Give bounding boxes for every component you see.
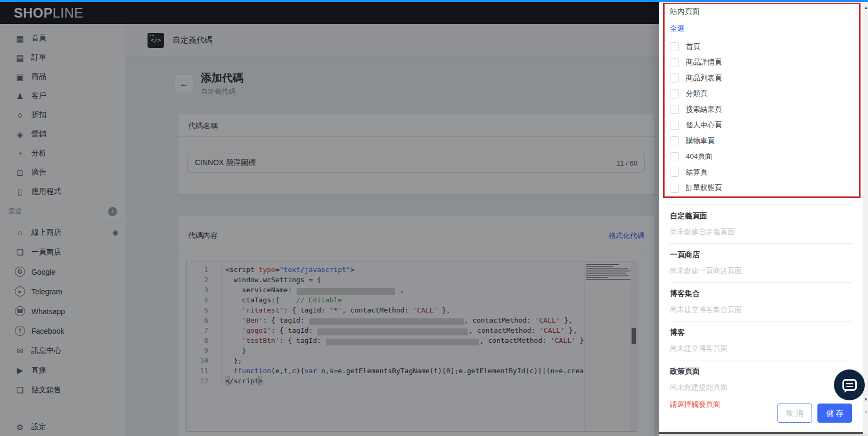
scroll-down-icon[interactable]: ▼ <box>863 397 868 402</box>
scroll-up-icon-secondary[interactable]: ▲ <box>863 409 868 414</box>
page-checkbox-row-首頁[interactable]: 首頁 <box>670 39 852 55</box>
page-checkbox-row-購物車頁[interactable]: 購物車頁 <box>670 133 852 149</box>
checkbox[interactable] <box>670 105 679 114</box>
page-section: 一頁商店 尚未創建一頁商店頁面 <box>670 244 852 283</box>
drawer-scrollbar[interactable]: ▲ ▼ ▲ <box>863 2 868 434</box>
scroll-up-icon[interactable]: ▲ <box>863 5 868 10</box>
page-section-title: 政策頁面 <box>670 367 852 376</box>
site-pages-title: 站內頁面 <box>670 6 852 17</box>
page-section-empty-text: 尚未創建一頁商店頁面 <box>670 266 852 276</box>
checkbox[interactable] <box>670 121 679 130</box>
select-all-link[interactable]: 全選 <box>670 24 684 34</box>
checkbox[interactable] <box>670 136 679 145</box>
page-checkbox-row-分類頁[interactable]: 分類頁 <box>670 86 852 102</box>
page-checkbox-row-商品列表頁[interactable]: 商品列表頁 <box>670 70 852 86</box>
save-button[interactable]: 儲 存 <box>817 404 852 423</box>
checkbox[interactable] <box>670 42 679 51</box>
page-checkbox-row-個人中心頁[interactable]: 個人中心頁 <box>670 118 852 134</box>
cancel-button[interactable]: 取 消 <box>777 404 812 423</box>
page-checkbox-row-訂單狀態頁[interactable]: 訂單狀態頁 <box>670 180 852 196</box>
checkbox[interactable] <box>670 73 679 83</box>
page-section: 政策頁面 尚未創建規則頁面 <box>670 360 852 399</box>
checkbox[interactable] <box>670 89 679 98</box>
page-sections: 自定義頁面 尚未創建自定義頁面 一頁商店 尚未創建一頁商店頁面 博客集合 尚未建… <box>670 205 852 399</box>
page-checkbox-row-搜索結果頁[interactable]: 搜索結果頁 <box>670 102 852 118</box>
page-section-title: 博客集合 <box>670 289 852 299</box>
page-checkbox-row-404頁面[interactable]: 404頁面 <box>670 149 852 165</box>
page-section-title: 一頁商店 <box>670 250 852 260</box>
checkbox[interactable] <box>670 58 679 67</box>
site-pages-checkbox-list: 首頁 商品詳情頁 商品列表頁 分類頁 搜索結果頁 個人中心頁 購物車頁 404頁… <box>670 39 852 196</box>
page-section-empty-text: 尚未建立博客集合頁面 <box>670 305 852 315</box>
page-section-empty-text: 尚未建立博客頁面 <box>670 344 852 353</box>
page-section-title: 自定義頁面 <box>670 211 852 221</box>
page-section: 博客 尚未建立博客頁面 <box>670 322 852 360</box>
page-section-empty-text: 尚未創建規則頁面 <box>670 383 852 392</box>
browser-progress-strip <box>0 0 868 2</box>
page-section-empty-text: 尚未創建自定義頁面 <box>670 227 852 237</box>
page-section-title: 博客 <box>670 328 852 338</box>
page-section: 自定義頁面 尚未創建自定義頁面 <box>670 205 852 244</box>
page-section: 博客集合 尚未建立博客集合頁面 <box>670 283 852 322</box>
dim-overlay <box>0 2 659 436</box>
page-checkbox-row-商品詳情頁[interactable]: 商品詳情頁 <box>670 55 852 71</box>
page-checkbox-row-結算頁[interactable]: 結算頁 <box>670 164 852 180</box>
trigger-pages-drawer: 站內頁面 全選 首頁 商品詳情頁 商品列表頁 分類頁 搜索結果頁 個人中心頁 購… <box>659 2 868 434</box>
chat-fab-button[interactable] <box>834 369 865 400</box>
chat-bubble-icon <box>842 379 857 391</box>
checkbox[interactable] <box>670 152 679 161</box>
checkbox[interactable] <box>670 184 679 193</box>
checkbox[interactable] <box>670 168 679 177</box>
